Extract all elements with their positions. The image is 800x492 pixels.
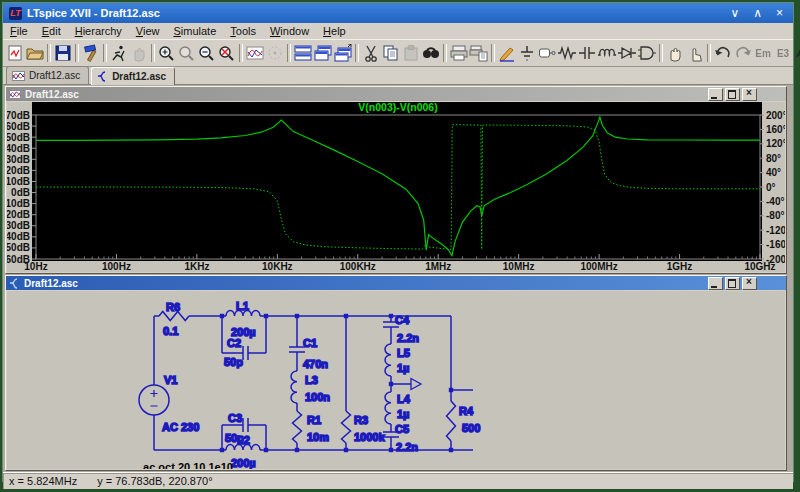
find-icon[interactable]	[421, 43, 441, 63]
component-name: R1	[307, 414, 321, 426]
child-maximize-button[interactable]	[725, 88, 740, 101]
component-R4[interactable]: R4500	[447, 401, 481, 441]
maximize-button[interactable]: ∧	[753, 7, 762, 19]
net-label-icon[interactable]	[537, 43, 557, 63]
halt-icon	[129, 43, 149, 63]
drag-icon[interactable]	[685, 43, 705, 63]
component-L5[interactable]: L51µ	[385, 344, 410, 376]
tab-label: Draft12.asc	[112, 71, 166, 82]
main-titlebar[interactable]: LT LTspice XVII - Draft12.asc ∨ ∧ ×	[3, 3, 793, 23]
child-minimize-button[interactable]	[708, 277, 723, 290]
child-close-button[interactable]	[742, 277, 757, 290]
component-C4[interactable]: C42.2n	[383, 314, 419, 344]
schematic-canvas[interactable]: R60.1L1200µC250pC350pL2200µC1470nL3100nR…	[7, 291, 785, 469]
zoom-in-icon[interactable]	[157, 43, 177, 63]
component-value: 2.2n	[396, 441, 418, 453]
svg-text:100Hz: 100Hz	[102, 261, 131, 272]
save-icon[interactable]	[53, 43, 73, 63]
component-name: C1	[303, 337, 317, 349]
component-R3[interactable]: R31000k	[342, 411, 386, 443]
bode-plot[interactable]: 70dB60dB50dB40dB30dB20dB10dB0dB-10dB-20d…	[7, 102, 785, 272]
menu-item-tools[interactable]: Tools	[223, 24, 263, 38]
schematic-tab-icon	[97, 71, 108, 82]
output-probe-arrow[interactable]	[411, 379, 421, 390]
move-icon[interactable]	[665, 43, 685, 63]
component-name: C2	[227, 337, 241, 349]
menu-item-simulate[interactable]: Simulate	[166, 24, 223, 38]
cascade-windows-icon[interactable]	[313, 43, 333, 63]
component-V1[interactable]: V1AC 230	[139, 374, 199, 433]
inductor-icon[interactable]	[597, 43, 617, 63]
child-maximize-button[interactable]	[725, 277, 740, 290]
component-R1[interactable]: R110m	[293, 411, 330, 443]
schematic-canvas-area[interactable]: R60.1L1200µC250pC350pL2200µC1470nL3100nR…	[7, 291, 785, 469]
child-close-button[interactable]	[742, 88, 757, 101]
component-name: L4	[397, 393, 411, 405]
toolbar-separator	[707, 44, 711, 62]
arrange-windows-icon[interactable]	[333, 43, 353, 63]
menu-item-view[interactable]: View	[129, 24, 167, 38]
component-L3[interactable]: L3100n	[291, 371, 330, 403]
child-minimize-button[interactable]	[708, 88, 723, 101]
text-tool-icon[interactable]: Aa	[793, 43, 800, 63]
redo-icon	[733, 43, 753, 63]
close-button[interactable]: ×	[776, 7, 783, 19]
new-schematic-icon[interactable]	[5, 43, 25, 63]
svg-text:-40°: -40°	[766, 196, 784, 207]
undo-icon[interactable]	[713, 43, 733, 63]
component-icon[interactable]	[637, 43, 657, 63]
resistor-icon[interactable]	[557, 43, 577, 63]
schematic-window-titlebar[interactable]: Draft12.asc	[6, 276, 786, 290]
capacitor-icon[interactable]	[577, 43, 597, 63]
svg-text:10KHz: 10KHz	[262, 261, 293, 272]
draw-wire-icon[interactable]	[497, 43, 517, 63]
component-name: C5	[395, 423, 409, 435]
print-preview-icon[interactable]	[469, 43, 489, 63]
component-C5[interactable]: C52.2n	[383, 423, 418, 453]
copy-icon[interactable]	[381, 43, 401, 63]
component-value: 1000k	[354, 431, 385, 443]
zoom-out-icon[interactable]	[197, 43, 217, 63]
svg-text:-30dB: -30dB	[7, 220, 30, 231]
cut-icon[interactable]	[361, 43, 381, 63]
component-value: 1µ	[397, 362, 409, 374]
run-icon[interactable]	[109, 43, 129, 63]
tab-schematic[interactable]: Draft12.asc	[91, 67, 175, 85]
print-icon[interactable]	[449, 43, 469, 63]
bode-plot-area[interactable]: 70dB60dB50dB40dB30dB20dB10dB0dB-10dB-20d…	[7, 102, 785, 272]
toolbar-separator	[75, 44, 79, 62]
toolbar-separator	[239, 44, 243, 62]
plot-background	[32, 102, 762, 261]
menu-item-hierarchy[interactable]: Hierarchy	[68, 24, 129, 38]
component-value: 50p	[224, 356, 243, 368]
open-file-icon[interactable]	[25, 43, 45, 63]
menu-item-edit[interactable]: Edit	[35, 24, 68, 38]
autorange-icon[interactable]	[245, 43, 265, 63]
menu-item-file[interactable]: File	[3, 24, 35, 38]
component-name: C4	[395, 314, 410, 326]
menu-item-window[interactable]: Window	[263, 24, 316, 38]
minimize-button[interactable]: ∨	[730, 7, 739, 19]
trace-label[interactable]: V(n003)-V(n006)	[358, 102, 437, 113]
svg-text:40dB: 40dB	[7, 143, 30, 154]
component-L1[interactable]: L1200µ	[226, 300, 260, 338]
control-panel-icon[interactable]	[81, 43, 101, 63]
zoom-full-icon[interactable]	[217, 43, 237, 63]
tab-waveform[interactable]: Draft12.asc	[6, 66, 89, 84]
component-name: R6	[166, 301, 180, 313]
component-name: L1	[236, 300, 249, 312]
spice-directive[interactable]: .ac oct 20 10 1e10	[140, 461, 233, 469]
tab-label: Draft12.asc	[29, 70, 80, 81]
menu-item-help[interactable]: Help	[316, 24, 353, 38]
component-R6[interactable]: R60.1	[159, 301, 189, 337]
ground-icon[interactable]	[517, 43, 537, 63]
svg-text:120°: 120°	[766, 138, 785, 149]
waveform-window-titlebar[interactable]: Draft12.asc	[6, 87, 786, 101]
svg-text:-40dB: -40dB	[7, 231, 30, 242]
diode-icon[interactable]	[617, 43, 637, 63]
component-name: C3	[228, 412, 242, 424]
tile-windows-icon[interactable]	[293, 43, 313, 63]
status-bar: x = 5.824MHz y = 76.783dB, 220.870°	[3, 472, 793, 489]
component-C1[interactable]: C1470n	[289, 337, 328, 370]
component-L4[interactable]: L41µ	[385, 392, 411, 424]
